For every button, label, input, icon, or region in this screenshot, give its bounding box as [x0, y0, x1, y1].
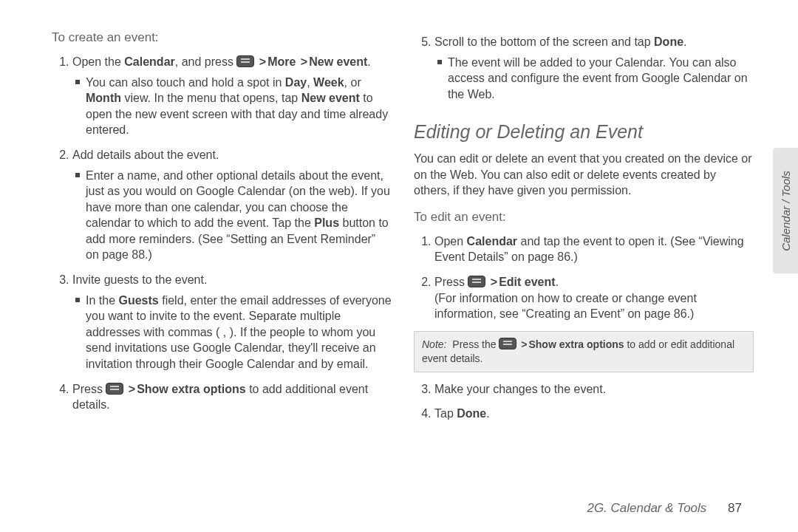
edit-step-2: Press >Edit event. (For information on h…: [434, 274, 754, 322]
page-body: To create an event: Open the Calendar, a…: [0, 0, 798, 502]
menu-key-icon: [468, 276, 485, 287]
sub-item: Enter a name, and other optional details…: [75, 168, 392, 264]
menu-key-icon: [499, 338, 516, 349]
edit-delete-heading: Editing or Deleting an Event: [414, 120, 754, 145]
edit-event-steps: Open Calendar and tap the event to open …: [414, 233, 754, 322]
step-3: Invite guests to the event. In the Guest…: [72, 272, 392, 372]
menu-key-icon: [106, 383, 123, 395]
edit-delete-intro: You can edit or delete an event that you…: [414, 151, 754, 199]
path-sep: >: [489, 276, 499, 288]
path-sep: >: [519, 338, 528, 350]
edit-event-steps-cont: Make your changes to the event. Tap Done…: [414, 381, 754, 422]
menu-key-icon: [236, 55, 254, 67]
path-sep: >: [299, 55, 309, 68]
path-sep: >: [258, 55, 267, 68]
step-2: Add details about the event. Enter a nam…: [72, 147, 392, 263]
note-label: Note:: [422, 338, 449, 350]
note-box: Note: Press the >Show extra options to a…: [414, 331, 754, 372]
left-column: To create an event: Open the Calendar, a…: [52, 30, 392, 488]
section-thumb-tab: Calendar / Tools: [773, 148, 798, 273]
sub-item: You can also touch and hold a spot in Da…: [75, 75, 392, 138]
edit-event-heading: To edit an event:: [414, 209, 754, 226]
sub-list: You can also touch and hold a spot in Da…: [72, 75, 392, 138]
section-thumb-label: Calendar / Tools: [780, 171, 792, 251]
right-column: Scroll to the bottom of the screen and t…: [414, 30, 754, 488]
create-event-heading: To create an event:: [52, 30, 392, 47]
sub-list: Enter a name, and other optional details…: [72, 168, 392, 264]
edit-step-4: Tap Done.: [434, 406, 754, 422]
step-4: Press >Show extra options to add additio…: [72, 381, 392, 413]
step-1: Open the Calendar, and press >More >New …: [72, 54, 392, 138]
page-number: 87: [710, 501, 742, 515]
path-sep: >: [127, 383, 137, 395]
page-footer: 2G. Calendar & Tools 87: [587, 501, 742, 516]
step-5: Scroll to the bottom of the screen and t…: [434, 34, 754, 102]
sub-list: In the Guests field, enter the email add…: [72, 293, 392, 372]
section-label: 2G. Calendar & Tools: [587, 501, 706, 515]
create-event-steps: Open the Calendar, and press >More >New …: [52, 54, 392, 413]
create-event-steps-cont: Scroll to the bottom of the screen and t…: [414, 34, 754, 102]
sub-item: In the Guests field, enter the email add…: [75, 293, 392, 372]
sub-list: The event will be added to your Calendar…: [434, 55, 754, 103]
sub-item: The event will be added to your Calendar…: [437, 55, 754, 103]
edit-step-1: Open Calendar and tap the event to open …: [434, 233, 754, 265]
edit-step-3: Make your changes to the event.: [434, 381, 754, 398]
